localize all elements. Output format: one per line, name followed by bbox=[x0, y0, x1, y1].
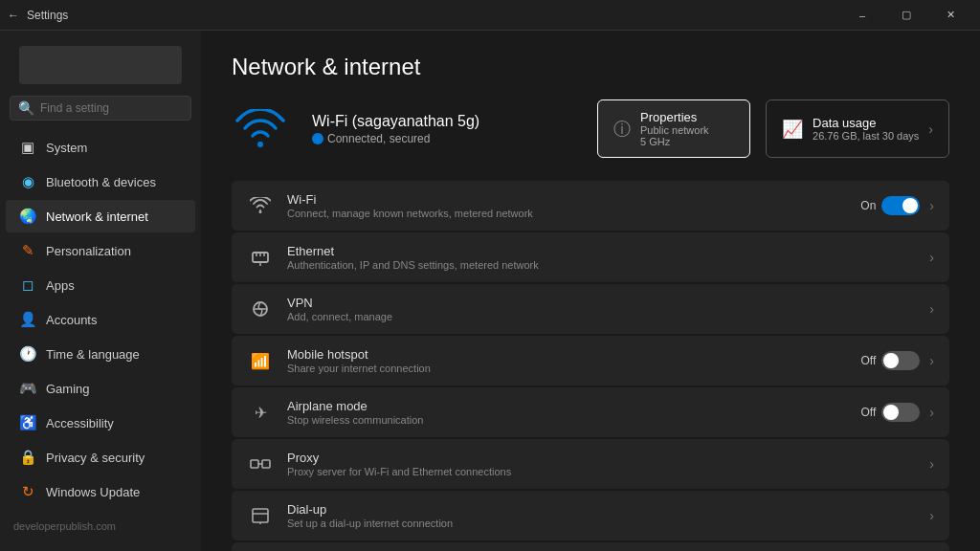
proxy-row[interactable]: Proxy Proxy server for Wi-Fi and Etherne… bbox=[232, 439, 949, 489]
wifi-status-text: Connected, secured bbox=[327, 132, 430, 145]
app-title: Settings bbox=[27, 9, 68, 22]
dialup-row-sub: Set up a dial-up internet connection bbox=[287, 518, 916, 529]
sidebar-item-apps[interactable]: ◻ Apps bbox=[6, 269, 195, 301]
bluetooth-icon: ◉ bbox=[19, 173, 36, 190]
personalization-icon: ✎ bbox=[19, 242, 36, 259]
wifi-toggle-switch[interactable] bbox=[881, 196, 920, 215]
time-icon: 🕐 bbox=[19, 345, 36, 363]
vpn-row-icon bbox=[247, 296, 274, 322]
sidebar-item-time[interactable]: 🕐 Time & language bbox=[6, 338, 195, 370]
sidebar: 🔍 ▣ System ◉ Bluetooth & devices 🌏 Netwo… bbox=[0, 31, 201, 551]
wifi-hero: Wi-Fi (sagayanathan 5g) Connected, secur… bbox=[232, 99, 949, 158]
wifi-icon-area bbox=[232, 105, 289, 153]
apps-icon: ◻ bbox=[19, 276, 36, 294]
title-bar-left: ← Settings bbox=[8, 9, 68, 22]
ethernet-chevron: › bbox=[929, 250, 934, 265]
search-icon: 🔍 bbox=[18, 100, 34, 116]
ethernet-row-sub: Authentication, IP and DNS settings, met… bbox=[287, 259, 916, 271]
hotspot-row-title: Mobile hotspot bbox=[287, 347, 848, 362]
airplane-row[interactable]: ✈ Airplane mode Stop wireless communicat… bbox=[232, 387, 949, 437]
data-usage-title: Data usage bbox=[813, 116, 919, 130]
ethernet-row-icon bbox=[247, 244, 274, 271]
sidebar-item-windows-update[interactable]: ↻ Windows Update bbox=[6, 475, 195, 508]
sidebar-item-accounts[interactable]: 👤 Accounts bbox=[6, 303, 195, 336]
maximize-button[interactable]: ▢ bbox=[884, 0, 928, 31]
wifi-toggle[interactable]: On bbox=[860, 196, 920, 215]
vpn-row-title: VPN bbox=[287, 296, 916, 310]
wifi-network-name: Wi-Fi (sagayanathan 5g) bbox=[312, 113, 574, 130]
hotspot-toggle-switch[interactable] bbox=[881, 351, 920, 370]
wifi-row[interactable]: Wi-Fi Connect, manage known networks, me… bbox=[232, 181, 949, 231]
hotspot-chevron: › bbox=[929, 353, 934, 368]
wifi-row-right: On › bbox=[860, 196, 934, 215]
vpn-chevron: › bbox=[929, 301, 934, 317]
accounts-icon: 👤 bbox=[19, 311, 36, 328]
vpn-row[interactable]: VPN Add, connect, manage › bbox=[232, 284, 949, 334]
data-usage-card-text: Data usage 26.76 GB, last 30 days bbox=[813, 116, 919, 142]
advanced-network-row[interactable]: Advanced network settings View all netwo… bbox=[232, 542, 949, 551]
data-usage-card[interactable]: 📈 Data usage 26.76 GB, last 30 days › bbox=[766, 99, 949, 158]
network-icon: 🌏 bbox=[19, 208, 36, 225]
svg-rect-12 bbox=[253, 509, 268, 522]
airplane-row-text: Airplane mode Stop wireless communicatio… bbox=[287, 399, 848, 426]
sidebar-label-time: Time & language bbox=[46, 347, 140, 362]
hotspot-row[interactable]: 📶 Mobile hotspot Share your internet con… bbox=[232, 336, 949, 386]
dialup-row-title: Dial-up bbox=[287, 502, 916, 517]
proxy-row-icon bbox=[247, 451, 274, 477]
ethernet-row[interactable]: Ethernet Authentication, IP and DNS sett… bbox=[232, 232, 949, 282]
properties-card[interactable]: ⓘ Properties Public network 5 GHz bbox=[597, 99, 750, 158]
dialup-row[interactable]: Dial-up Set up a dial-up internet connec… bbox=[232, 491, 949, 540]
properties-sub1: Public network bbox=[640, 124, 709, 136]
sidebar-item-gaming[interactable]: 🎮 Gaming bbox=[6, 372, 195, 405]
proxy-row-right: › bbox=[929, 456, 934, 472]
airplane-toggle-switch[interactable] bbox=[881, 403, 920, 422]
sidebar-label-apps: Apps bbox=[46, 278, 75, 293]
dialup-row-icon bbox=[247, 502, 274, 529]
privacy-icon: 🔒 bbox=[19, 449, 36, 466]
search-input[interactable] bbox=[40, 101, 184, 115]
sidebar-item-bluetooth[interactable]: ◉ Bluetooth & devices bbox=[6, 165, 195, 198]
wifi-row-sub: Connect, manage known networks, metered … bbox=[287, 208, 847, 219]
vpn-row-sub: Add, connect, manage bbox=[287, 311, 916, 322]
proxy-row-sub: Proxy server for Wi-Fi and Ethernet conn… bbox=[287, 466, 916, 477]
close-button[interactable]: ✕ bbox=[928, 0, 972, 31]
airplane-toggle[interactable]: Off bbox=[861, 403, 921, 422]
sidebar-item-accessibility[interactable]: ♿ Accessibility bbox=[6, 407, 195, 439]
hotspot-toggle[interactable]: Off bbox=[861, 351, 921, 370]
minimize-button[interactable]: – bbox=[840, 0, 884, 31]
gaming-icon: 🎮 bbox=[19, 380, 36, 397]
hotspot-row-icon: 📶 bbox=[247, 347, 274, 374]
wifi-chevron: › bbox=[929, 198, 934, 213]
proxy-chevron: › bbox=[929, 456, 934, 472]
page-title: Network & internet bbox=[232, 54, 949, 80]
wifi-info: Wi-Fi (sagayanathan 5g) Connected, secur… bbox=[312, 113, 574, 145]
back-icon[interactable]: ← bbox=[8, 9, 19, 22]
main-content: Network & internet Wi-Fi (sagayanathan 5… bbox=[201, 31, 980, 551]
dialup-row-right: › bbox=[929, 508, 934, 523]
search-box[interactable]: 🔍 bbox=[10, 96, 191, 121]
sidebar-item-network[interactable]: 🌏 Network & internet bbox=[6, 200, 195, 232]
data-usage-sub1: 26.76 GB, last 30 days bbox=[813, 130, 919, 142]
dialup-row-text: Dial-up Set up a dial-up internet connec… bbox=[287, 502, 916, 529]
ethernet-row-right: › bbox=[929, 250, 934, 265]
sidebar-label-bluetooth: Bluetooth & devices bbox=[46, 175, 156, 189]
wifi-status: Connected, secured bbox=[312, 132, 574, 145]
hotspot-row-sub: Share your internet connection bbox=[287, 363, 848, 374]
airplane-row-title: Airplane mode bbox=[287, 399, 848, 413]
proxy-row-text: Proxy Proxy server for Wi-Fi and Etherne… bbox=[287, 451, 916, 477]
data-usage-chevron: › bbox=[928, 121, 933, 137]
sidebar-label-privacy: Privacy & security bbox=[46, 451, 145, 465]
airplane-row-icon: ✈ bbox=[247, 399, 274, 426]
sidebar-label-windows-update: Windows Update bbox=[46, 485, 140, 499]
proxy-row-title: Proxy bbox=[287, 451, 916, 465]
accessibility-icon: ♿ bbox=[19, 414, 36, 431]
title-bar: ← Settings – ▢ ✕ bbox=[0, 0, 980, 31]
info-icon: ⓘ bbox=[613, 118, 631, 141]
svg-point-0 bbox=[257, 142, 263, 147]
airplane-row-right: Off › bbox=[861, 403, 934, 422]
wifi-signal-icon bbox=[235, 109, 285, 149]
title-bar-controls: – ▢ ✕ bbox=[840, 0, 972, 31]
sidebar-item-privacy[interactable]: 🔒 Privacy & security bbox=[6, 441, 195, 474]
sidebar-item-system[interactable]: ▣ System bbox=[6, 131, 195, 164]
sidebar-item-personalization[interactable]: ✎ Personalization bbox=[6, 234, 195, 267]
